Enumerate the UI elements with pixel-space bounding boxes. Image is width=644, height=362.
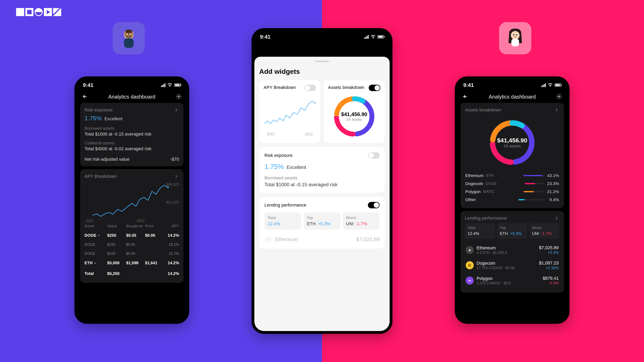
chevron-right-icon bbox=[174, 107, 179, 113]
borrowed-label: Borrowed assets bbox=[264, 175, 380, 181]
arrow-left-icon bbox=[82, 94, 88, 99]
widget-risk-exposure[interactable]: Risk exposure 1.75% Excellent Borrowed a… bbox=[259, 147, 385, 193]
coin-row-eth[interactable]: ♦ Ethereum 4.3 ETH · $1,635.6 $7,025.89 … bbox=[465, 242, 560, 258]
card-title: Lending performance bbox=[465, 216, 507, 221]
card-title: Risk exposure bbox=[84, 107, 112, 113]
phone-assets-dark: 9:41 Analytics dashboard Assets breakdow… bbox=[455, 76, 570, 324]
signal-icon bbox=[364, 35, 369, 39]
stat-top: Top ETH+5.3% bbox=[304, 212, 340, 230]
widget-label: Lending performance bbox=[264, 202, 306, 208]
widget-label: Assets breakdown bbox=[328, 85, 364, 90]
coin-row-matic[interactable]: ∞ Polygon 1,578.3 MATIC · $0.5 $879.41 -… bbox=[465, 273, 560, 288]
dogecoin-icon: Ð bbox=[466, 261, 474, 269]
net-label: Net risk-adjusted value bbox=[84, 157, 130, 162]
legend-item: Polygon MATIC 21.2% bbox=[465, 188, 559, 196]
apy-breakdown-card[interactable]: APY Breakdown $45,323 $21,323 2021 2022 … bbox=[80, 169, 184, 283]
svg-point-10 bbox=[558, 96, 560, 97]
collateral-value: Total $4000 at -0.02 averaged risk bbox=[84, 146, 179, 151]
chevron-right-icon bbox=[554, 215, 560, 221]
chevron-up-icon bbox=[98, 234, 100, 237]
chart-x-start: 2021 bbox=[267, 132, 275, 136]
widget-assets-breakdown[interactable]: Assets breakdown $41,456.90 24 assets bbox=[324, 80, 385, 143]
ethereum-icon: ♦ bbox=[264, 235, 272, 243]
status-time: 9:41 bbox=[260, 34, 270, 40]
legend-item: Ethereum ETH 43.1% bbox=[465, 172, 559, 180]
stat-total: Total 12.4% bbox=[264, 212, 301, 230]
table-row: DOGE $100 $0.06 12.7% bbox=[84, 249, 179, 258]
assets-donut-mini: $41,456.90 24 assets bbox=[328, 94, 380, 139]
logo-glyph bbox=[25, 8, 34, 16]
logo-glyph bbox=[53, 8, 61, 16]
sheet-title: Add widgets bbox=[259, 67, 385, 75]
borrowed-label: Borrowed assets bbox=[84, 126, 179, 131]
borrowed-value: Total $1000 at -0.15 averaged risk bbox=[264, 182, 380, 187]
apy-table: Asset Value Bought at Price APY DOGE $25… bbox=[84, 223, 179, 278]
collateral-label: Collateral assets bbox=[84, 141, 179, 145]
page-title: Analytics dashboard bbox=[489, 94, 536, 100]
sheet-handle[interactable] bbox=[315, 61, 329, 62]
risk-rating: Excellent bbox=[104, 116, 122, 121]
risk-percent: 1.75% bbox=[84, 115, 102, 122]
dynamic-island bbox=[118, 83, 146, 90]
page-title: Analytics dashboard bbox=[108, 94, 155, 100]
svg-rect-1 bbox=[124, 38, 134, 48]
asset-legend: Ethereum ETH 43.1% Dogecoin DOGE 23.3% bbox=[465, 170, 560, 204]
app-header: Analytics dashboard bbox=[458, 91, 567, 103]
chevron-right-icon bbox=[174, 174, 179, 179]
svg-point-15 bbox=[314, 103, 316, 104]
chart-y-max: $45,323 bbox=[166, 182, 179, 187]
back-button[interactable] bbox=[82, 94, 88, 100]
back-button[interactable] bbox=[462, 94, 468, 100]
svg-rect-7 bbox=[512, 39, 519, 46]
chevron-down-icon bbox=[94, 262, 96, 265]
borrowed-value: Total $1000 at -0.15 averaged risk bbox=[84, 131, 179, 137]
svg-point-4 bbox=[178, 96, 180, 97]
risk-percent: 1.75% bbox=[264, 163, 284, 171]
logo-glyph bbox=[16, 8, 24, 16]
stat-worst: Worst UNI-1.7% bbox=[529, 223, 560, 239]
battery-icon bbox=[378, 35, 384, 38]
gear-icon bbox=[556, 94, 562, 99]
wifi-icon bbox=[168, 83, 172, 87]
table-row[interactable]: ETH $5,000 $1,598 $1,641 14.2% bbox=[84, 258, 179, 268]
arrow-left-icon bbox=[462, 94, 468, 99]
assets-donut: $41,456.90 24 assets bbox=[465, 115, 560, 170]
widget-label: Risk exposure bbox=[264, 153, 292, 158]
lending-performance-card[interactable]: Lending performance Total 12.4% Top ETH+… bbox=[460, 211, 564, 293]
logo-glyph bbox=[44, 8, 52, 16]
signal-icon bbox=[161, 83, 166, 87]
coin-row-faded: ♦ Ethereum $7,025.89 bbox=[264, 234, 380, 243]
svg-point-5 bbox=[167, 186, 169, 188]
net-value: -$70 bbox=[170, 157, 179, 162]
app-header: Analytics dashboard bbox=[77, 91, 186, 103]
chart-x-end: 2022 bbox=[305, 132, 313, 136]
toggle-risk[interactable] bbox=[368, 152, 380, 159]
card-title: APY Breakdown bbox=[84, 174, 117, 179]
table-header: Asset Value Bought at Price APY bbox=[84, 223, 179, 231]
gear-icon bbox=[176, 94, 182, 99]
chart-y-mid: $21,323 bbox=[166, 200, 179, 205]
stat-top: Top ETH+5.3% bbox=[497, 223, 527, 239]
table-row[interactable]: DOGE $250 $0.05 $0.06 14.2% bbox=[84, 231, 179, 240]
toggle-apy[interactable] bbox=[304, 85, 316, 91]
svg-point-9 bbox=[516, 34, 517, 35]
logo-glyph bbox=[34, 8, 43, 16]
apy-mini-chart bbox=[264, 94, 316, 130]
toggle-lending[interactable] bbox=[368, 202, 380, 208]
status-time: 9:41 bbox=[83, 82, 94, 88]
assets-breakdown-card[interactable]: Assets breakdown $41,456.90 24 assets bbox=[460, 103, 564, 208]
settings-button[interactable] bbox=[176, 94, 182, 100]
coin-row-doge[interactable]: Ð Dogecoin 17,783.3 DOGE · $0.06 $1,087.… bbox=[465, 258, 560, 273]
risk-exposure-card[interactable]: Risk exposure 1.75% Excellent Borrowed a… bbox=[80, 103, 184, 166]
legend-item: Dogecoin DOGE 23.3% bbox=[465, 180, 559, 188]
svg-point-6 bbox=[511, 31, 520, 40]
chart-x-end: 2022 bbox=[137, 219, 145, 223]
phone-add-widgets: 9:41 Add widgets APY Breakdown 2021 bbox=[252, 28, 392, 334]
phone-analytics-dark: 9:41 Analytics dashboard Risk exposure bbox=[74, 76, 189, 324]
status-time: 9:41 bbox=[463, 82, 474, 88]
toggle-assets[interactable] bbox=[369, 85, 380, 91]
widget-lending-performance[interactable]: Lending performance Total 12.4% Top ETH+… bbox=[259, 197, 385, 249]
settings-button[interactable] bbox=[556, 94, 562, 100]
widget-apy-breakdown[interactable]: APY Breakdown 2021 2022 bbox=[259, 80, 320, 143]
donut-sub: 24 assets bbox=[341, 117, 367, 122]
